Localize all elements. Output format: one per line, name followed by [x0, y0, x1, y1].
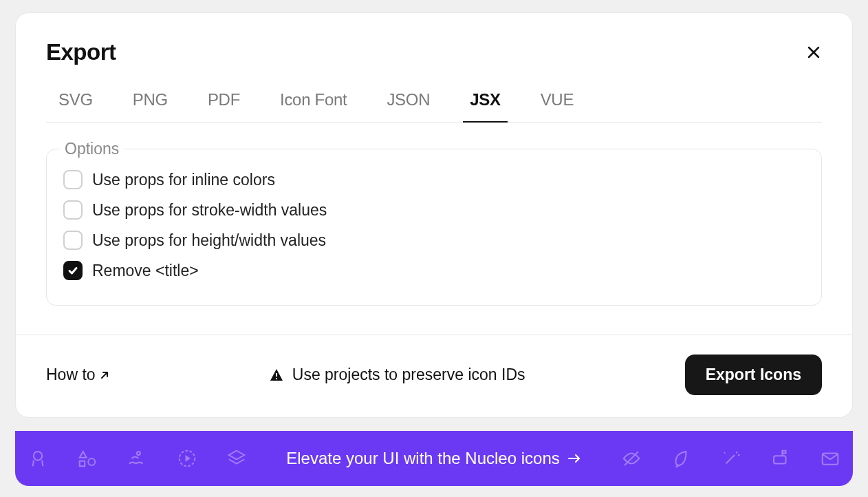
svg-marker-6 [80, 452, 87, 458]
svg-rect-8 [80, 461, 85, 467]
export-tabs: SVG PNG PDF Icon Font JSON JSX VUE [46, 86, 822, 123]
option-stroke-width: Use props for stroke-width values [63, 195, 805, 225]
svg-rect-4 [276, 378, 277, 379]
modal-footer: How to Use projects to preserve icon IDs… [16, 335, 852, 417]
tab-pdf[interactable]: PDF [205, 86, 243, 122]
svg-line-14 [726, 455, 735, 464]
option-height-width: Use props for height/width values [63, 225, 805, 255]
tab-jsx[interactable]: JSX [467, 86, 503, 122]
banner-content: Elevate your UI with the Nucleo icons [286, 449, 582, 468]
option-inline-colors: Use props for inline colors [63, 165, 805, 195]
close-button[interactable] [805, 44, 822, 61]
options-legend: Options [61, 140, 123, 158]
svg-point-7 [88, 458, 95, 465]
tab-png[interactable]: PNG [130, 86, 171, 122]
shapes-icon [77, 448, 98, 469]
export-modal: Export SVG PNG PDF Icon Font JSON JSX VU… [15, 12, 853, 418]
options-fieldset: Options Use props for inline colors Use … [46, 149, 822, 306]
head-icon [28, 448, 48, 469]
hint-text: Use projects to preserve icon IDs [292, 366, 525, 384]
leaf-icon [671, 448, 691, 469]
svg-marker-12 [229, 451, 245, 460]
arrow-right-icon [567, 451, 582, 466]
check-icon [67, 265, 78, 276]
modal-title: Export [46, 39, 116, 65]
svg-rect-3 [276, 373, 277, 377]
how-to-label: How to [46, 366, 96, 384]
checkbox-inline-colors[interactable] [63, 170, 83, 189]
modal-header: Export [46, 39, 822, 65]
svg-point-10 [179, 451, 195, 467]
close-icon [806, 45, 821, 60]
tab-vue[interactable]: VUE [538, 86, 576, 122]
checkbox-stroke-width[interactable] [63, 200, 83, 220]
svg-line-13 [625, 452, 638, 465]
checkbox-height-width[interactable] [63, 231, 83, 250]
mail-icon [820, 448, 840, 469]
magic-wand-icon [721, 448, 741, 469]
external-link-icon [100, 370, 109, 380]
tab-icon-font[interactable]: Icon Font [277, 86, 349, 122]
banner-text: Elevate your UI with the Nucleo icons [286, 449, 560, 468]
svg-rect-15 [774, 456, 786, 463]
eye-off-icon [621, 448, 642, 469]
option-remove-title: Remove <title> [63, 255, 805, 286]
tab-svg[interactable]: SVG [56, 86, 96, 122]
option-label: Use props for inline colors [92, 171, 275, 189]
how-to-link[interactable]: How to [46, 366, 109, 384]
svg-line-2 [102, 372, 107, 378]
svg-marker-11 [185, 455, 191, 462]
option-label: Remove <title> [92, 262, 199, 280]
option-label: Use props for stroke-width values [92, 201, 327, 220]
footer-hint: Use projects to preserve icon IDs [269, 366, 525, 384]
promo-banner[interactable]: Elevate your UI with the Nucleo icons [15, 431, 853, 486]
modal-body: Export SVG PNG PDF Icon Font JSON JSX VU… [16, 13, 852, 335]
svg-point-5 [34, 452, 43, 461]
checkbox-remove-title[interactable] [63, 261, 83, 280]
swim-icon [127, 448, 147, 469]
play-circle-icon [177, 448, 197, 469]
export-icons-button[interactable]: Export Icons [685, 355, 822, 395]
svg-rect-18 [823, 454, 838, 465]
mailbox-icon [770, 448, 791, 469]
warning-icon [269, 368, 284, 383]
layers-icon [226, 448, 247, 469]
svg-rect-17 [782, 451, 785, 454]
tab-json[interactable]: JSON [384, 86, 433, 122]
svg-point-9 [137, 452, 140, 455]
option-label: Use props for height/width values [92, 231, 326, 250]
